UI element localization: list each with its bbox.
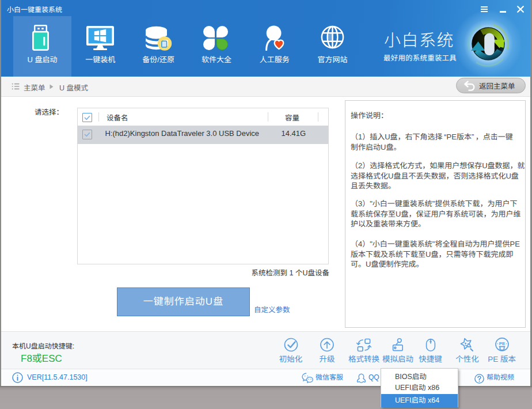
svg-text:PE: PE [499, 341, 506, 346]
